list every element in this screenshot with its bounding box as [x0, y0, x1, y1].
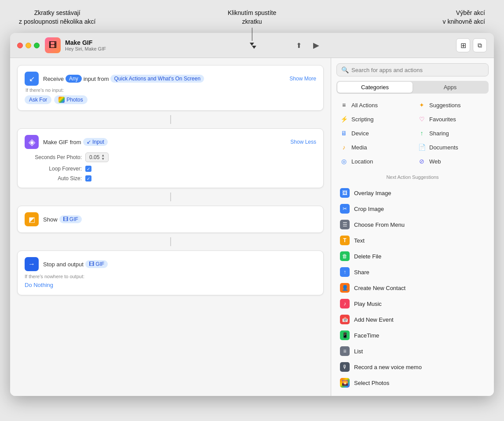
- title-bar-actions: ⬆ ▶: [292, 38, 323, 52]
- traffic-lights: [17, 43, 40, 48]
- content-area: ↙ Receive Any input from Quick Actions a…: [10, 58, 494, 396]
- input-pill[interactable]: ↙ Input: [83, 138, 108, 146]
- autosize-param-row: Auto Size: ✓: [25, 175, 316, 181]
- minimize-button[interactable]: [26, 43, 31, 48]
- text-label: Text: [354, 237, 365, 244]
- list-label: List: [354, 348, 363, 355]
- all-actions-icon: ≡: [340, 102, 348, 109]
- suggestion-overlay-image[interactable]: 🖼 Overlay Image: [336, 185, 489, 201]
- cat-favourites[interactable]: ♡ Favourites: [414, 113, 489, 125]
- suggestion-choose-from-menu[interactable]: ☰ Choose From Menu: [336, 217, 489, 232]
- photos-pill[interactable]: Photos: [54, 95, 87, 104]
- make-gif-action-card: ◈ Make GIF from ↙ Input Show Less Second…: [17, 128, 324, 188]
- make-gif-action-row: Make GIF from ↙ Input: [43, 138, 286, 146]
- seconds-stepper[interactable]: ▲ ▼: [101, 154, 105, 161]
- add-event-icon: 📅: [340, 315, 350, 324]
- facetime-label: FaceTime: [354, 332, 379, 339]
- add-event-label: Add New Event: [354, 316, 394, 323]
- suggestion-text[interactable]: T Text: [336, 232, 489, 248]
- show-action-header: ◩ Show 🎞 GIF: [25, 212, 316, 226]
- show-action-content: Show 🎞 GIF: [43, 215, 316, 223]
- show-label: Show: [43, 216, 58, 223]
- autosize-checkbox[interactable]: ✓: [85, 175, 91, 181]
- stepper-down[interactable]: ▼: [101, 157, 105, 161]
- suggestion-add-new-event[interactable]: 📅 Add New Event: [336, 312, 489, 327]
- cat-web[interactable]: ⊘ Web: [414, 155, 489, 167]
- annotation-right: Výběr akcí v knihovně akcí: [443, 9, 486, 26]
- share-icon: ↑: [340, 267, 350, 277]
- delete-file-icon: 🗑: [340, 251, 350, 261]
- web-icon: ⊘: [418, 158, 426, 165]
- facetime-icon: 📱: [340, 330, 350, 340]
- categories-tab[interactable]: Categories: [337, 82, 413, 93]
- cat-location-label: Location: [351, 158, 373, 165]
- add-action-button[interactable]: ⊞: [456, 38, 470, 52]
- cat-suggestions-label: Suggestions: [429, 102, 461, 109]
- scripting-icon: ⚡: [340, 116, 348, 123]
- apps-tab[interactable]: Apps: [413, 82, 488, 93]
- cat-all-actions[interactable]: ≡ All Actions: [336, 99, 411, 111]
- stop-gif-pill[interactable]: 🎞 GIF: [85, 260, 108, 268]
- suggestion-play-music[interactable]: ♪ Play Music: [336, 296, 489, 312]
- suggestion-facetime[interactable]: 📱 FaceTime: [336, 327, 489, 343]
- cat-documents[interactable]: 📄 Documents: [414, 141, 489, 153]
- suggestion-crop-image[interactable]: ✂ Crop Image: [336, 201, 489, 217]
- search-input[interactable]: [351, 67, 484, 73]
- cat-media[interactable]: ♪ Media: [336, 141, 411, 153]
- suggestion-create-new-contact[interactable]: 👤 Create New Contact: [336, 280, 489, 296]
- loop-label: Loop Forever:: [25, 166, 82, 172]
- suggestion-delete-file[interactable]: 🗑 Delete File: [336, 248, 489, 264]
- overlay-image-label: Overlay Image: [354, 190, 391, 196]
- suggestion-record-voice-memo[interactable]: 🎙 Record a new voice memo: [336, 359, 489, 375]
- show-less-button[interactable]: Show Less: [290, 139, 316, 145]
- connector-2: [170, 192, 171, 201]
- show-more-button[interactable]: Show More: [289, 76, 316, 82]
- seconds-value[interactable]: 0.05 ▲ ▼: [85, 152, 109, 162]
- cat-documents-label: Documents: [429, 144, 458, 151]
- receive-action-content: Receive Any input from Quick Actions and…: [43, 75, 285, 83]
- any-pill[interactable]: Any: [66, 75, 82, 83]
- create-contact-label: Create New Contact: [354, 285, 405, 291]
- do-nothing-button[interactable]: Do Nothing: [25, 282, 53, 288]
- select-photos-icon: 🌄: [340, 378, 350, 388]
- overlay-image-icon: 🖼: [340, 188, 350, 198]
- suggestion-list[interactable]: ≡ List: [336, 343, 489, 359]
- search-icon: 🔍: [341, 66, 349, 73]
- cat-all-actions-label: All Actions: [351, 102, 378, 109]
- cat-suggestions[interactable]: ✦ Suggestions: [414, 99, 489, 111]
- maximize-button[interactable]: [34, 43, 40, 48]
- stop-label: Stop and output: [43, 261, 84, 268]
- cat-device-label: Device: [351, 130, 369, 137]
- make-gif-label: Make GIF from: [43, 139, 81, 145]
- cat-device[interactable]: 🖥 Device: [336, 127, 411, 139]
- cat-sharing[interactable]: ↑ Sharing: [414, 127, 489, 139]
- suggestion-select-photos[interactable]: 🌄 Select Photos: [336, 375, 489, 391]
- cat-location[interactable]: ◎ Location: [336, 155, 411, 167]
- categories-grid: ≡ All Actions ✦ Suggestions ⚡ Scripting …: [336, 98, 489, 168]
- receive-action-icon: ↙: [25, 72, 39, 86]
- receive-action-header: ↙ Receive Any input from Quick Actions a…: [25, 72, 316, 86]
- share-button[interactable]: ⬆: [292, 38, 306, 52]
- suggestion-share[interactable]: ↑ Share: [336, 264, 489, 280]
- ask-for-pill[interactable]: Ask For: [25, 95, 51, 104]
- seconds-label: Seconds Per Photo:: [25, 154, 82, 160]
- media-icon: ♪: [340, 144, 348, 151]
- source-pill[interactable]: Quick Actions and What's On Screen: [110, 75, 204, 83]
- app-icon: 🎞: [45, 37, 61, 53]
- app-title: Make GIF: [65, 39, 106, 46]
- receive-action-row: Receive Any input from Quick Actions and…: [43, 75, 285, 83]
- seconds-param-row: Seconds Per Photo: 0.05 ▲ ▼: [25, 152, 316, 162]
- loop-checkbox[interactable]: ✓: [85, 166, 91, 172]
- filter-button[interactable]: ⧉: [473, 38, 487, 52]
- close-button[interactable]: [17, 43, 23, 48]
- ask-for-row: Ask For Photos: [25, 95, 316, 104]
- run-button[interactable]: ▶: [309, 38, 323, 52]
- text-icon: T: [340, 236, 350, 245]
- cat-scripting[interactable]: ⚡ Scripting: [336, 113, 411, 125]
- siri-label: Hey Siri, Make GIF: [65, 46, 106, 51]
- connector-1: [170, 115, 171, 124]
- cat-media-label: Media: [351, 144, 367, 151]
- stop-action-card: → Stop and output 🎞 GIF If there's nowhe…: [17, 250, 324, 295]
- show-gif-pill[interactable]: 🎞 GIF: [59, 215, 82, 223]
- list-icon: ≡: [340, 346, 350, 356]
